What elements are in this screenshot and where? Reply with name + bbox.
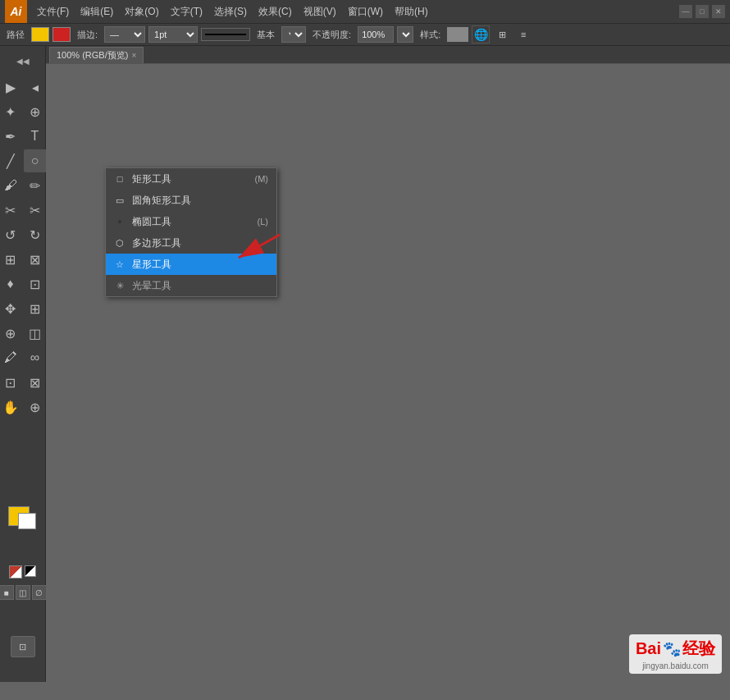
default-colors-button[interactable] xyxy=(9,565,22,579)
eyedropper-tool[interactable]: 🖍 xyxy=(0,346,22,369)
swap-colors-button[interactable] xyxy=(25,565,36,577)
toolbar-extras: ⊡ xyxy=(11,636,35,657)
watermark: Bai 🐾 经验 jingyan.baidu.com xyxy=(629,634,722,674)
baidu-suffix: 经验 xyxy=(682,638,715,660)
column-graph-tool[interactable]: ⊞ xyxy=(24,297,47,320)
background-color[interactable] xyxy=(18,513,36,529)
mesh-tool[interactable]: ⊕ xyxy=(0,322,22,345)
tab-bar: 100% (RGB/预览) × xyxy=(46,46,730,64)
flare-icon: ✳ xyxy=(114,280,125,291)
gradient-tool[interactable]: ◫ xyxy=(24,322,47,345)
ctx-star-label: 星形工具 xyxy=(132,258,171,272)
path-label: 路径 xyxy=(3,29,28,41)
ctx-rect-shortcut: (M) xyxy=(255,174,269,184)
color-swatches-area: ■ ◫ ∅ xyxy=(0,506,47,600)
symbol-tool[interactable]: ✥ xyxy=(0,297,22,320)
canvas-area: 100% (RGB/预览) × □ 矩形工具 (M) ▭ 圆角矩形工具 ● 椭圆… xyxy=(46,46,730,682)
stroke-width-select[interactable]: 1pt xyxy=(148,26,198,43)
live-paint-select-tool[interactable]: ⊠ xyxy=(24,371,47,394)
magic-wand-tool[interactable]: ✦ xyxy=(0,100,22,123)
none-mode-button[interactable]: ∅ xyxy=(32,585,47,600)
warp-tool[interactable]: ♦ xyxy=(0,272,22,295)
context-menu: □ 矩形工具 (M) ▭ 圆角矩形工具 ● 椭圆工具 (L) ⬡ 多边形工具 xyxy=(105,167,277,297)
baidu-paw-icon: 🐾 xyxy=(663,640,681,658)
tab-label: 100% (RGB/预览) xyxy=(57,49,128,62)
blend-tool[interactable]: ∞ xyxy=(24,346,47,369)
shape-tool[interactable]: ○ xyxy=(24,149,47,172)
menu-file[interactable]: 文件(F) xyxy=(32,3,74,21)
hand-tool[interactable]: ✋ xyxy=(0,396,22,419)
window-controls: — □ ✕ xyxy=(679,5,725,18)
ctx-item-star[interactable]: ☆ 星形工具 xyxy=(106,254,276,275)
title-bar: Ai 文件(F) 编辑(E) 对象(O) 文字(T) 选择(S) 效果(C) 视… xyxy=(0,0,730,23)
scale-tool[interactable]: ⊞ xyxy=(0,248,22,271)
paintbrush-tool[interactable]: 🖌 xyxy=(0,174,22,197)
opacity-input[interactable] xyxy=(358,26,394,43)
direct-select-tool[interactable]: ◂ xyxy=(24,75,47,98)
menu-object[interactable]: 对象(O) xyxy=(120,3,163,21)
basic-label: 基本 xyxy=(253,29,278,41)
stroke-color-swatch[interactable] xyxy=(52,27,71,42)
stroke-label: 描边: xyxy=(74,29,101,41)
rect-icon: □ xyxy=(114,173,125,185)
stroke-style-select[interactable]: — xyxy=(104,26,145,43)
toolbar-collapse-button[interactable]: ◀◀ xyxy=(11,49,34,72)
fill-color-swatch[interactable] xyxy=(31,27,49,42)
ctx-item-flare[interactable]: ✳ 光晕工具 xyxy=(106,275,276,296)
artboard-tool[interactable]: ⊡ xyxy=(11,636,35,657)
ctx-rounded-rect-label: 圆角矩形工具 xyxy=(132,194,191,208)
swatch-stack xyxy=(7,506,39,536)
options-bar: 路径 描边: — 1pt 基本 ▼ 不透明度: ▼ 样式: 🌐 ⊞ ≡ xyxy=(0,23,730,46)
canvas-tab[interactable]: 100% (RGB/预览) × xyxy=(49,47,144,63)
app-logo: Ai xyxy=(5,0,27,23)
scissors-tool[interactable]: ✂ xyxy=(24,199,47,222)
ctx-item-ellipse[interactable]: ● 椭圆工具 (L) xyxy=(106,211,276,232)
ctx-item-rect[interactable]: □ 矩形工具 (M) xyxy=(106,168,276,190)
gradient-mode-button[interactable]: ◫ xyxy=(16,585,30,600)
options-button[interactable]: ≡ xyxy=(514,25,532,43)
menu-window[interactable]: 窗口(W) xyxy=(343,3,388,21)
grid-button[interactable]: ⊞ xyxy=(493,25,511,43)
menu-text[interactable]: 文字(T) xyxy=(166,3,208,21)
pencil-tool[interactable]: ✏ xyxy=(24,174,47,197)
minimize-button[interactable]: — xyxy=(679,5,692,18)
select-tool[interactable]: ▶ xyxy=(0,75,22,98)
rotate-tool[interactable]: ↺ xyxy=(0,223,22,246)
ctx-flare-label: 光晕工具 xyxy=(132,279,171,293)
polygon-icon: ⬡ xyxy=(114,237,125,249)
pen-tool[interactable]: ✒ xyxy=(0,125,22,148)
maximize-button[interactable]: □ xyxy=(696,5,709,18)
menu-view[interactable]: 视图(V) xyxy=(299,3,341,21)
lasso-tool[interactable]: ⊕ xyxy=(24,100,47,123)
menu-edit[interactable]: 编辑(E) xyxy=(75,3,118,21)
shear-tool[interactable]: ⊠ xyxy=(24,248,47,271)
stroke-line xyxy=(205,34,246,35)
menu-help[interactable]: 帮助(H) xyxy=(390,3,433,21)
basic-select[interactable]: ▼ xyxy=(281,26,306,43)
color-mode-button[interactable]: ■ xyxy=(0,585,14,600)
free-transform-tool[interactable]: ⊡ xyxy=(24,272,47,295)
close-button[interactable]: ✕ xyxy=(712,5,725,18)
ctx-ellipse-shortcut: (L) xyxy=(258,217,268,226)
zoom-tool[interactable]: ⊕ xyxy=(24,396,47,419)
tab-close-button[interactable]: × xyxy=(131,51,136,60)
ellipse-dot-icon: ● xyxy=(114,216,125,227)
menu-effect[interactable]: 效果(C) xyxy=(253,3,297,21)
style-swatch[interactable] xyxy=(447,27,468,42)
menu-select[interactable]: 选择(S) xyxy=(209,3,252,21)
reflect-tool[interactable]: ↻ xyxy=(24,223,47,246)
eraser-tool[interactable]: ✂ xyxy=(0,199,22,222)
ctx-item-rounded-rect[interactable]: ▭ 圆角矩形工具 xyxy=(106,190,276,211)
type-tool[interactable]: T xyxy=(24,125,47,148)
star-icon: ☆ xyxy=(114,258,125,270)
ctx-ellipse-label: 椭圆工具 xyxy=(132,215,171,229)
line-tool[interactable]: ╱ xyxy=(0,149,22,172)
stroke-preview xyxy=(201,28,250,41)
globe-icon[interactable]: 🌐 xyxy=(472,25,490,43)
opacity-select[interactable]: ▼ xyxy=(397,26,413,43)
ctx-polygon-label: 多边形工具 xyxy=(132,236,181,250)
baidu-text: Bai xyxy=(636,639,661,658)
ctx-item-polygon[interactable]: ⬡ 多边形工具 xyxy=(106,232,276,254)
live-paint-tool[interactable]: ⊡ xyxy=(0,371,22,394)
ctx-rect-label: 矩形工具 xyxy=(132,172,171,186)
